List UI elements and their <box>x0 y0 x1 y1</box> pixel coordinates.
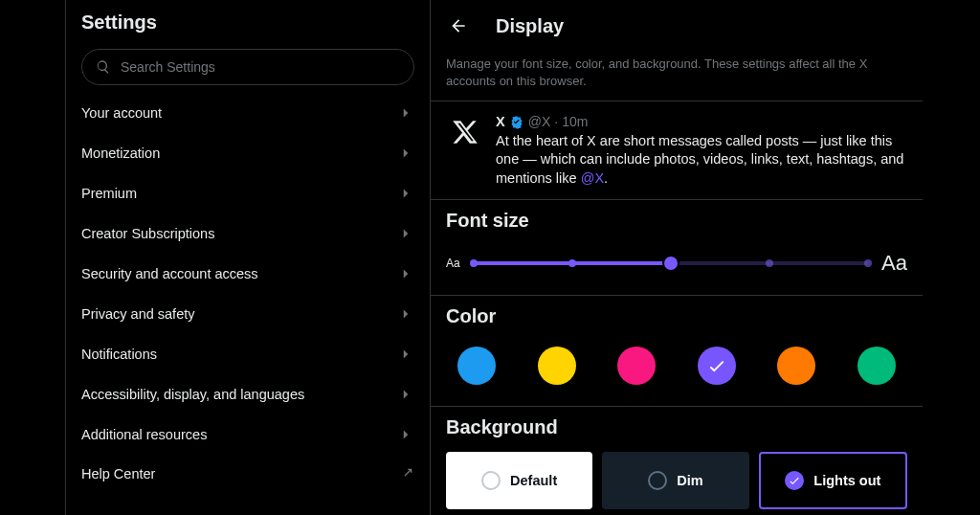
check-icon <box>788 474 801 487</box>
page-subtitle: Manage your font size, color, and backgr… <box>431 50 923 101</box>
back-button[interactable] <box>442 10 475 42</box>
background-option-lights-out[interactable]: Lights out <box>759 452 907 509</box>
background-option-dim[interactable]: Dim <box>602 452 748 509</box>
nav-label: Additional resources <box>81 427 207 442</box>
bg-label: Dim <box>677 473 702 488</box>
font-size-small-label: Aa <box>446 257 460 270</box>
mention-link[interactable]: @X <box>581 170 604 186</box>
verified-badge-icon <box>509 115 524 130</box>
external-link-icon <box>399 466 414 481</box>
chevron-right-icon <box>397 145 414 162</box>
avatar <box>446 113 484 151</box>
font-size-slider[interactable] <box>474 260 868 266</box>
nav-additional-resources[interactable]: Additional resources <box>66 414 430 455</box>
nav-creator-subscriptions[interactable]: Creator Subscriptions <box>66 213 430 254</box>
nav-label: Privacy and safety <box>81 306 194 322</box>
chevron-right-icon <box>397 104 414 122</box>
background-option-default[interactable]: Default <box>446 452 592 509</box>
color-option-pink[interactable] <box>617 347 656 385</box>
chevron-right-icon <box>397 265 414 282</box>
nav-label: Your account <box>81 105 162 121</box>
color-title: Color <box>446 305 907 327</box>
chevron-right-icon <box>397 346 414 363</box>
chevron-right-icon <box>397 305 414 323</box>
nav-your-account[interactable]: Your account <box>66 93 430 133</box>
nav-label: Monetization <box>81 146 160 161</box>
nav-accessibility-display[interactable]: Accessibility, display, and languages <box>66 374 430 414</box>
nav-monetization[interactable]: Monetization <box>66 133 430 173</box>
settings-sidebar: Settings Your account Monetization Premi… <box>65 0 431 515</box>
chevron-right-icon <box>397 185 414 202</box>
background-title: Background <box>446 416 907 438</box>
color-option-purple[interactable] <box>698 347 736 385</box>
chevron-right-icon <box>397 386 414 403</box>
slider-thumb[interactable] <box>664 257 678 270</box>
color-option-green[interactable] <box>858 347 896 385</box>
chevron-right-icon <box>397 225 414 242</box>
bg-label: Lights out <box>813 473 880 488</box>
nav-label: Security and account access <box>81 266 258 281</box>
font-size-section: Font size Aa Aa <box>431 200 923 296</box>
radio-unchecked <box>481 471 501 490</box>
color-option-orange[interactable] <box>777 347 815 385</box>
post-timestamp: 10m <box>562 113 588 131</box>
color-option-blue[interactable] <box>457 347 496 385</box>
post-dot: · <box>554 113 558 131</box>
nav-label: Notifications <box>81 347 157 362</box>
search-icon <box>96 59 111 75</box>
nav-premium[interactable]: Premium <box>66 173 430 213</box>
nav-security[interactable]: Security and account access <box>66 254 430 294</box>
search-input[interactable] <box>121 59 400 75</box>
post-text: At the heart of X are short messages cal… <box>496 132 907 189</box>
chevron-right-icon <box>397 426 414 443</box>
display-panel: Display Manage your font size, color, an… <box>431 0 980 515</box>
sample-post: X @X · 10m At the heart of X are short m… <box>431 101 923 200</box>
search-settings[interactable] <box>81 49 414 85</box>
color-section: Color <box>431 296 923 407</box>
arrow-left-icon <box>449 16 468 35</box>
post-handle: @X <box>528 113 551 131</box>
nav-label: Premium <box>81 186 137 201</box>
color-option-yellow[interactable] <box>538 347 576 385</box>
radio-checked <box>785 471 804 490</box>
nav-label: Accessibility, display, and languages <box>81 387 304 402</box>
post-author: X <box>496 113 505 132</box>
nav-privacy[interactable]: Privacy and safety <box>66 294 430 334</box>
radio-unchecked <box>648 471 667 490</box>
page-title: Display <box>496 15 564 37</box>
x-logo-icon <box>452 119 479 146</box>
nav-notifications[interactable]: Notifications <box>66 334 430 374</box>
font-size-large-label: Aa <box>881 251 907 276</box>
background-section: Background Default Dim Lights out <box>431 407 923 515</box>
font-size-title: Font size <box>446 210 907 232</box>
nav-label: Creator Subscriptions <box>81 226 214 241</box>
nav-label: Help Center <box>81 466 155 481</box>
check-icon <box>706 355 727 376</box>
sidebar-title: Settings <box>66 11 430 45</box>
bg-label: Default <box>510 473 557 488</box>
nav-help-center[interactable]: Help Center <box>66 455 430 493</box>
